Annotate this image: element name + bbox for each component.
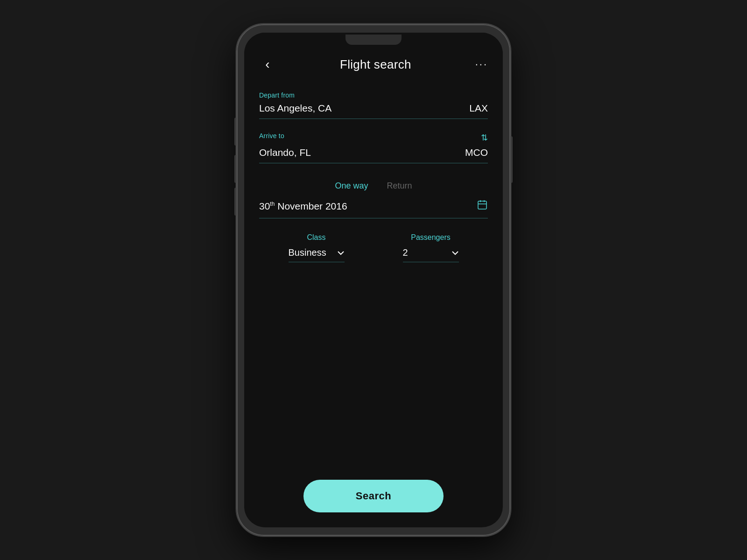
phone-screen: ‹ Flight search ··· Depart from Los Ange… — [244, 33, 503, 527]
phone-device: ‹ Flight search ··· Depart from Los Ange… — [236, 23, 511, 537]
arrive-code: MCO — [465, 147, 488, 158]
class-group: Class Business — [279, 233, 354, 262]
arrive-header: Arrive to ⇅ — [259, 132, 488, 143]
back-icon: ‹ — [265, 57, 269, 72]
depart-city: Los Angeles, CA — [259, 103, 331, 114]
arrive-city: Orlando, FL — [259, 147, 311, 158]
depart-section: Depart from Los Angeles, CA LAX — [259, 91, 488, 119]
notch — [345, 35, 402, 45]
calendar-icon[interactable] — [477, 199, 488, 213]
back-button[interactable]: ‹ — [259, 56, 276, 73]
arrive-section: Arrive to ⇅ Orlando, FL MCO — [259, 132, 488, 163]
depart-label: Depart from — [259, 91, 488, 99]
depart-code: LAX — [469, 103, 488, 114]
passengers-value: 2 — [403, 247, 408, 258]
status-bar — [244, 33, 503, 47]
svg-rect-0 — [478, 201, 486, 209]
class-chevron-icon — [337, 249, 345, 257]
depart-field[interactable]: Los Angeles, CA LAX — [259, 103, 488, 119]
more-button[interactable]: ··· — [475, 58, 488, 70]
passengers-label: Passengers — [411, 233, 451, 242]
search-button[interactable]: Search — [303, 480, 444, 512]
date-value: 30th November 2016 — [259, 201, 347, 212]
arrive-field[interactable]: Orlando, FL MCO — [259, 147, 488, 163]
dropdowns-section: Class Business Passengers 2 — [259, 233, 488, 262]
passengers-group: Passengers 2 — [394, 233, 468, 262]
return-tab[interactable]: Return — [387, 181, 412, 191]
one-way-tab[interactable]: One way — [335, 181, 368, 191]
header: ‹ Flight search ··· — [259, 56, 488, 73]
passengers-dropdown[interactable]: 2 — [403, 247, 459, 262]
arrive-label: Arrive to — [259, 132, 284, 140]
date-field[interactable]: 30th November 2016 — [259, 199, 488, 218]
more-icon: ··· — [475, 58, 488, 70]
class-dropdown[interactable]: Business — [289, 247, 345, 262]
class-value: Business — [289, 247, 326, 258]
page-title: Flight search — [340, 57, 411, 72]
trip-type-selector: One way Return — [259, 181, 488, 191]
swap-button[interactable]: ⇅ — [481, 133, 488, 143]
passengers-chevron-icon — [451, 249, 459, 257]
class-label: Class — [307, 233, 325, 242]
screen-content: ‹ Flight search ··· Depart from Los Ange… — [244, 47, 503, 527]
search-button-wrapper: Search — [259, 480, 488, 512]
